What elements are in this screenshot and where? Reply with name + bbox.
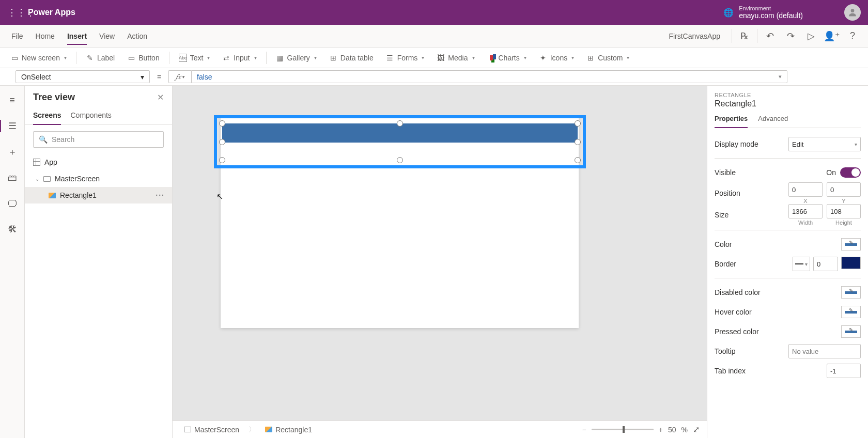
zoom-out-button[interactable]: − xyxy=(582,426,586,434)
component-name: Rectangle1 xyxy=(715,99,861,108)
breadcrumb-item[interactable]: Rectangle1 xyxy=(261,426,316,434)
rail-data-icon[interactable]: 🗃 xyxy=(0,168,25,187)
color-swatch[interactable]: ✎ xyxy=(841,238,861,251)
rail-treeview-icon[interactable]: ☰ xyxy=(0,117,25,135)
pressed-color-swatch[interactable]: ✎ xyxy=(841,325,861,338)
menu-insert[interactable]: Insert xyxy=(61,25,93,47)
selection-box[interactable] xyxy=(214,115,586,168)
resize-handle[interactable] xyxy=(397,157,403,163)
tab-properties[interactable]: Properties xyxy=(715,113,748,128)
new-screen-button[interactable]: ▭New screen▾ xyxy=(5,48,72,68)
resize-handle[interactable] xyxy=(575,120,581,127)
text-menu[interactable]: AbcText▾ xyxy=(174,48,215,68)
border-label: Border xyxy=(715,260,736,268)
input-icon: ⇄ xyxy=(222,54,230,62)
share-icon[interactable]: 👤⁺ xyxy=(822,25,842,47)
forms-menu[interactable]: ☰Forms▾ xyxy=(381,48,430,68)
tree-screen-node[interactable]: ⌄ MasterScreen xyxy=(25,170,172,187)
breadcrumb-screen[interactable]: MasterScreen xyxy=(180,426,243,434)
close-icon[interactable]: ✕ xyxy=(157,92,164,102)
svg-point-0 xyxy=(851,9,855,12)
property-selector-value: OnSelect xyxy=(21,73,51,81)
custom-menu[interactable]: ⊞Custom▾ xyxy=(581,48,634,68)
hover-color-swatch[interactable]: ✎ xyxy=(841,306,861,318)
rail-media-icon[interactable]: 🖵 xyxy=(0,194,25,213)
environment-icon[interactable]: 🌐 xyxy=(723,8,734,18)
position-y-input[interactable] xyxy=(827,182,861,197)
chevron-down-icon: ▾ xyxy=(64,55,67,60)
display-mode-label: Display mode xyxy=(715,140,758,148)
zoom-slider[interactable] xyxy=(592,429,654,430)
datatable-button[interactable]: ⊞Data table xyxy=(324,48,379,68)
component-kind: RECTANGLE xyxy=(715,92,861,98)
fit-screen-icon[interactable]: ⤢ xyxy=(693,425,700,434)
media-icon: 🖼 xyxy=(437,54,445,62)
hover-color-label: Hover color xyxy=(715,308,752,316)
resize-handle[interactable] xyxy=(219,139,225,145)
help-icon[interactable]: ? xyxy=(842,25,863,47)
border-width-input[interactable] xyxy=(813,257,838,271)
display-mode-select[interactable]: Edit▾ xyxy=(788,137,861,151)
resize-handle[interactable] xyxy=(219,120,225,127)
rail-insert-icon[interactable]: ＋ xyxy=(0,143,25,161)
border-color-swatch[interactable] xyxy=(841,257,861,269)
tree-search-input[interactable]: 🔍 Search xyxy=(33,131,164,148)
environment-selector[interactable]: Environment enayu.com (default) xyxy=(739,5,803,20)
size-height-input[interactable] xyxy=(827,204,861,218)
property-selector[interactable]: OnSelect ▾ xyxy=(16,70,150,83)
tooltip-input[interactable] xyxy=(788,344,861,358)
zoom-in-button[interactable]: + xyxy=(659,426,663,434)
app-checker-icon[interactable]: ℞ xyxy=(734,25,755,47)
disabled-color-swatch[interactable]: ✎ xyxy=(841,286,861,299)
formula-expand-icon[interactable]: ▾ xyxy=(779,73,782,80)
app-header: ⋮⋮⋮ Power Apps 🌐 Environment enayu.com (… xyxy=(0,0,868,25)
tabindex-input[interactable] xyxy=(827,364,861,378)
environment-label: Environment xyxy=(739,5,803,12)
gallery-menu[interactable]: ▦Gallery▾ xyxy=(271,48,322,68)
formula-input[interactable]: false ▾ xyxy=(191,70,787,83)
tab-screens[interactable]: Screens xyxy=(33,108,61,124)
canvas[interactable]: ↖ MasterScreen 〉 Rectangle1 − + 50 % ⤢ xyxy=(173,86,707,438)
media-menu[interactable]: 🖼Media▾ xyxy=(431,48,479,68)
brand-title: Power Apps xyxy=(28,8,75,17)
app-name[interactable]: FirstCanvasApp xyxy=(659,25,730,47)
resize-handle[interactable] xyxy=(575,157,581,163)
fx-button[interactable]: 𝑓𝑥▾ xyxy=(168,70,191,83)
redo-icon[interactable]: ↷ xyxy=(780,25,801,47)
rail-hamburger-icon[interactable]: ≡ xyxy=(0,91,25,110)
play-icon[interactable]: ▷ xyxy=(801,25,822,47)
tab-advanced[interactable]: Advanced xyxy=(758,113,788,128)
menu-file[interactable]: File xyxy=(5,25,29,47)
tabindex-label: Tab index xyxy=(715,367,746,375)
tree-app-node[interactable]: App xyxy=(25,154,172,170)
pressed-color-label: Pressed color xyxy=(715,327,759,336)
resize-handle[interactable] xyxy=(575,139,581,145)
resize-handle[interactable] xyxy=(219,157,225,163)
button-button[interactable]: ▭Button xyxy=(122,48,164,68)
input-menu[interactable]: ⇄Input▾ xyxy=(217,48,261,68)
insert-ribbon: ▭New screen▾ ✎Label ▭Button AbcText▾ ⇄In… xyxy=(0,48,868,68)
menu-home[interactable]: Home xyxy=(29,25,61,47)
tab-components[interactable]: Components xyxy=(70,108,111,124)
waffle-icon[interactable]: ⋮⋮⋮ xyxy=(7,7,20,18)
user-avatar[interactable] xyxy=(844,4,861,21)
rail-tools-icon[interactable]: 🛠 xyxy=(0,220,25,239)
formula-value: false xyxy=(197,73,212,81)
border-style-select[interactable]: ▾ xyxy=(793,257,810,271)
visible-toggle[interactable] xyxy=(840,167,861,178)
undo-icon[interactable]: ↶ xyxy=(760,25,780,47)
position-label: Position xyxy=(715,189,740,197)
menu-view[interactable]: View xyxy=(93,25,121,47)
icons-menu[interactable]: ✦Icons▾ xyxy=(534,48,579,68)
size-width-input[interactable] xyxy=(788,204,823,218)
cursor-icon: ↖ xyxy=(216,192,223,201)
tree-rectangle-node[interactable]: Rectangle1 ··· xyxy=(25,187,172,204)
position-x-input[interactable] xyxy=(788,182,823,197)
resize-handle[interactable] xyxy=(397,120,403,127)
size-label: Size xyxy=(715,211,729,219)
label-button[interactable]: ✎Label xyxy=(81,48,120,68)
equals-sign: = xyxy=(150,68,168,85)
charts-menu[interactable]: Charts▾ xyxy=(482,48,532,68)
more-icon[interactable]: ··· xyxy=(156,191,165,199)
menu-action[interactable]: Action xyxy=(121,25,153,47)
